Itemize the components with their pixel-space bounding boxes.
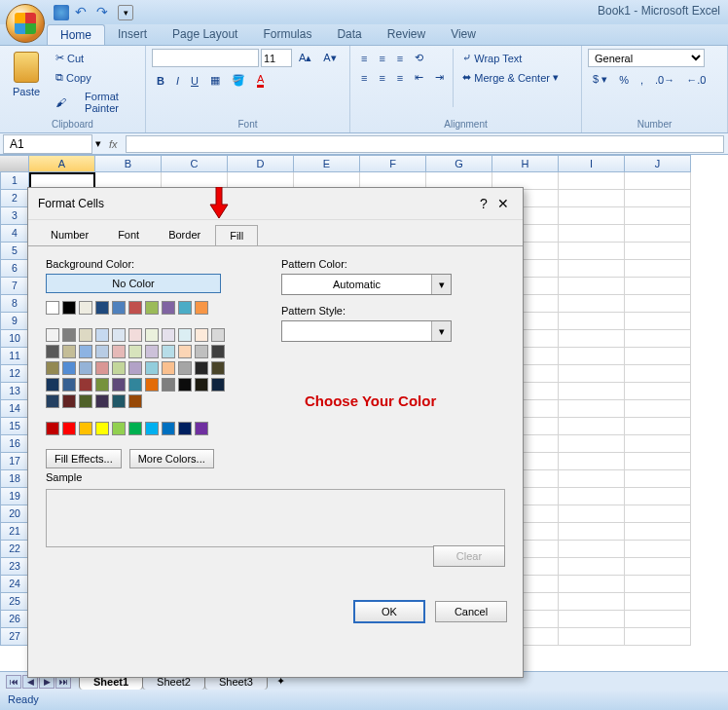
sheet-nav-first-icon[interactable]: ⏮ xyxy=(6,675,21,689)
select-all-cell[interactable] xyxy=(0,155,29,172)
color-swatch[interactable] xyxy=(112,328,126,342)
borders-button[interactable]: ▦ xyxy=(205,71,225,90)
cell[interactable] xyxy=(625,505,691,523)
color-swatch[interactable] xyxy=(46,361,59,375)
italic-button[interactable]: I xyxy=(171,72,184,90)
row-header[interactable]: 21 xyxy=(0,523,29,541)
color-swatch[interactable] xyxy=(79,328,92,342)
align-top-button[interactable]: ≡ xyxy=(356,50,372,67)
tab-data[interactable]: Data xyxy=(324,24,374,45)
cell[interactable] xyxy=(559,313,625,330)
row-header[interactable]: 1 xyxy=(0,172,29,190)
fill-effects-button[interactable]: Fill Effects... xyxy=(46,449,122,468)
merge-center-button[interactable]: ⬌Merge & Center ▾ xyxy=(457,68,564,87)
color-swatch[interactable] xyxy=(62,345,76,358)
color-swatch[interactable] xyxy=(195,361,208,375)
color-swatch[interactable] xyxy=(62,394,76,408)
cell[interactable] xyxy=(559,243,625,260)
cell[interactable] xyxy=(559,400,625,418)
tab-review[interactable]: Review xyxy=(375,24,438,45)
format-painter-button[interactable]: 🖌Format Painter xyxy=(51,88,139,117)
cell[interactable] xyxy=(559,383,625,400)
col-header[interactable]: B xyxy=(95,155,162,172)
color-swatch[interactable] xyxy=(178,345,192,358)
font-name-input[interactable] xyxy=(152,49,259,67)
cell[interactable] xyxy=(559,611,625,628)
color-swatch[interactable] xyxy=(178,361,192,375)
row-header[interactable]: 25 xyxy=(0,593,29,611)
cell[interactable] xyxy=(625,330,691,348)
font-size-input[interactable] xyxy=(261,49,292,67)
row-header[interactable]: 7 xyxy=(0,278,29,295)
cancel-button[interactable]: Cancel xyxy=(435,601,507,622)
cell[interactable] xyxy=(625,313,691,330)
color-swatch[interactable] xyxy=(162,361,175,375)
cell[interactable] xyxy=(559,278,625,295)
cell[interactable] xyxy=(625,348,691,365)
tab-insert[interactable]: Insert xyxy=(105,24,160,45)
cell[interactable] xyxy=(559,470,625,488)
cell[interactable] xyxy=(559,418,625,435)
color-swatch[interactable] xyxy=(46,301,59,315)
cell[interactable] xyxy=(559,260,625,278)
cell[interactable] xyxy=(625,190,691,207)
ok-button[interactable]: OK xyxy=(353,600,425,623)
tab-formulas[interactable]: Formulas xyxy=(250,24,324,45)
orientation-button[interactable]: ⟲ xyxy=(410,49,428,67)
color-swatch[interactable] xyxy=(162,345,175,358)
color-swatch[interactable] xyxy=(211,345,225,358)
dialog-tab-border[interactable]: Border xyxy=(154,224,215,245)
color-swatch[interactable] xyxy=(112,394,126,408)
more-colors-button[interactable]: More Colors... xyxy=(129,449,214,468)
percent-button[interactable]: % xyxy=(614,71,634,89)
cell[interactable] xyxy=(625,418,691,435)
col-header[interactable]: E xyxy=(294,155,360,172)
color-swatch[interactable] xyxy=(145,361,159,375)
row-header[interactable]: 5 xyxy=(0,243,29,260)
pattern-style-dropdown[interactable]: ▾ xyxy=(281,320,452,342)
color-swatch[interactable] xyxy=(112,361,126,375)
clear-button[interactable]: Clear xyxy=(433,545,505,567)
color-swatch[interactable] xyxy=(46,345,59,358)
office-button[interactable] xyxy=(6,4,45,43)
dialog-tab-fill[interactable]: Fill xyxy=(215,225,258,246)
align-center-button[interactable]: ≡ xyxy=(374,69,389,87)
col-header[interactable]: G xyxy=(426,155,492,172)
row-header[interactable]: 10 xyxy=(0,330,29,348)
no-color-button[interactable]: No Color xyxy=(46,274,221,293)
color-swatch[interactable] xyxy=(46,328,59,342)
cell[interactable] xyxy=(625,435,691,453)
color-swatch[interactable] xyxy=(79,394,92,408)
row-header[interactable]: 17 xyxy=(0,453,29,470)
dialog-tab-number[interactable]: Number xyxy=(36,224,103,245)
row-header[interactable]: 2 xyxy=(0,190,29,207)
color-swatch[interactable] xyxy=(145,328,159,342)
save-icon[interactable] xyxy=(54,5,69,20)
cell[interactable] xyxy=(559,330,625,348)
color-swatch[interactable] xyxy=(95,301,109,315)
cell[interactable] xyxy=(559,365,625,383)
formula-input[interactable] xyxy=(126,135,724,153)
pattern-color-dropdown[interactable]: Automatic ▾ xyxy=(281,274,452,295)
cut-button[interactable]: ✂Cut xyxy=(51,49,139,67)
color-swatch[interactable] xyxy=(211,328,225,342)
color-swatch[interactable] xyxy=(95,345,109,358)
indent-inc-button[interactable]: ⇥ xyxy=(430,68,449,87)
row-header[interactable]: 12 xyxy=(0,365,29,383)
row-header[interactable]: 19 xyxy=(0,488,29,505)
cell[interactable] xyxy=(625,295,691,313)
color-swatch[interactable] xyxy=(162,378,175,392)
paste-button[interactable]: Paste xyxy=(6,49,47,111)
cell[interactable] xyxy=(559,190,625,207)
cell[interactable] xyxy=(625,558,691,576)
cell[interactable] xyxy=(625,225,691,243)
color-swatch[interactable] xyxy=(95,361,109,375)
color-swatch[interactable] xyxy=(62,301,76,315)
cell[interactable] xyxy=(559,207,625,225)
row-header[interactable]: 3 xyxy=(0,207,29,225)
col-header[interactable]: A xyxy=(29,155,95,172)
color-swatch[interactable] xyxy=(178,328,192,342)
cell[interactable] xyxy=(559,505,625,523)
dialog-tab-font[interactable]: Font xyxy=(103,224,154,245)
color-swatch[interactable] xyxy=(145,422,159,435)
